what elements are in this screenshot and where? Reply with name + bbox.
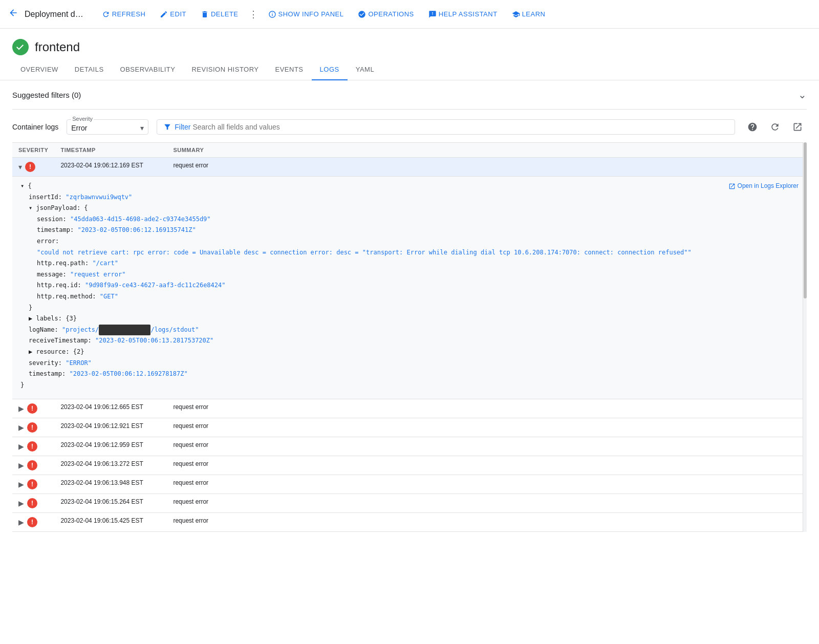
severity-cell: ▶ ! bbox=[12, 475, 54, 494]
message-key: message: bbox=[37, 271, 67, 278]
table-row[interactable]: ▶ ! 2023-02-04 19:06:12.665 EST request … bbox=[12, 399, 807, 418]
help-icon[interactable] bbox=[743, 118, 762, 136]
timestamp-field-value: "2023-02-05T00:06:12.169278187Z" bbox=[69, 370, 187, 377]
table-row[interactable]: ▶ ! 2023-02-04 19:06:13.948 EST request … bbox=[12, 475, 807, 494]
error-badge: ! bbox=[27, 517, 37, 527]
header-summary: SUMMARY bbox=[167, 143, 807, 158]
page-header: frontend bbox=[0, 29, 819, 59]
http-req-method-key: http.req.method: bbox=[37, 293, 96, 300]
timestamp-value: "2023-02-05T00:06:12.169135741Z" bbox=[77, 226, 196, 233]
receivetimestamp-key: receiveTimestamp: bbox=[29, 337, 92, 344]
http-req-id-value: "9d98f9a9-ce43-4627-aaf3-dc11c26e8424" bbox=[85, 282, 226, 289]
resource-key[interactable]: resource: {2} bbox=[36, 348, 84, 355]
open-logs-explorer-link[interactable]: Open in Logs Explorer bbox=[728, 181, 799, 192]
severity-select[interactable]: Severity Error ▾ bbox=[67, 119, 148, 135]
table-row[interactable]: ▶ ! 2023-02-04 19:06:13.272 EST request … bbox=[12, 456, 807, 475]
jsonpayload-key: jsonPayload: { bbox=[36, 204, 88, 211]
learn-button[interactable]: LEARN bbox=[506, 6, 552, 23]
expanded-content-cell: Open in Logs Explorer ▾ { insertId: "zqr… bbox=[12, 177, 807, 399]
labels-key[interactable]: labels: {3} bbox=[36, 315, 76, 322]
insertid-key: insertId: bbox=[29, 194, 62, 201]
filter-button[interactable]: Filter bbox=[163, 123, 190, 131]
severity-label: Severity bbox=[71, 116, 94, 122]
table-row[interactable]: ▶ ! 2023-02-04 19:06:12.921 EST request … bbox=[12, 418, 807, 437]
operations-button[interactable]: OPERATIONS bbox=[352, 6, 420, 23]
session-key: session: bbox=[37, 216, 67, 223]
severity-value: Error bbox=[71, 124, 87, 132]
expand-icon: ▶ bbox=[18, 423, 24, 432]
logs-toolbar-right bbox=[743, 118, 807, 136]
row-expand[interactable]: ▾ ! bbox=[18, 162, 48, 172]
summary-cell: request error bbox=[167, 399, 807, 418]
http-req-path-value: "/cart" bbox=[92, 260, 118, 267]
session-value: "45dda063-4d15-4698-ade2-c9374e3455d9" bbox=[70, 216, 211, 223]
timestamp-cell: 2023-02-04 19:06:12.921 EST bbox=[54, 418, 167, 437]
delete-button[interactable]: DELETE bbox=[195, 6, 245, 23]
summary-cell: request error bbox=[167, 513, 807, 532]
timestamp-cell: 2023-02-04 19:06:13.272 EST bbox=[54, 456, 167, 475]
severity-cell: ▶ ! bbox=[12, 437, 54, 456]
error-badge: ! bbox=[27, 460, 37, 470]
suggested-filters[interactable]: Suggested filters (0) ⌄ bbox=[12, 80, 807, 110]
external-link-icon[interactable] bbox=[788, 118, 807, 136]
redacted-project bbox=[99, 325, 150, 336]
filter-input[interactable] bbox=[192, 123, 728, 131]
timestamp-cell: 2023-02-04 19:06:15.264 EST bbox=[54, 494, 167, 513]
timestamp-cell: 2023-02-04 19:06:15.425 EST bbox=[54, 513, 167, 532]
scrollbar-thumb[interactable] bbox=[804, 142, 807, 298]
chevron-down-icon: ⌄ bbox=[798, 89, 807, 101]
error-key: error: bbox=[37, 238, 59, 245]
tab-details[interactable]: DETAILS bbox=[67, 59, 112, 80]
severity-cell: ▶ ! bbox=[12, 418, 54, 437]
table-row[interactable]: ▶ ! 2023-02-04 19:06:15.264 EST request … bbox=[12, 494, 807, 513]
refresh-button[interactable]: REFRESH bbox=[96, 6, 152, 23]
summary-cell: request error bbox=[167, 158, 807, 177]
http-req-id-key: http.req.id: bbox=[37, 282, 81, 289]
severity-dropdown[interactable]: Error ▾ bbox=[71, 122, 144, 132]
show-info-panel-button[interactable]: SHOW INFO PANEL bbox=[262, 6, 350, 23]
expand-icon: ▶ bbox=[18, 518, 24, 526]
tab-revision-history[interactable]: REVISION HISTORY bbox=[183, 59, 267, 80]
expand-icon: ▶ bbox=[18, 499, 24, 507]
table-row[interactable]: ▶ ! 2023-02-04 19:06:15.425 EST request … bbox=[12, 513, 807, 532]
expand-icon: ▶ bbox=[18, 480, 24, 488]
expanded-log-row: Open in Logs Explorer ▾ { insertId: "zqr… bbox=[12, 177, 807, 399]
help-assistant-button[interactable]: HELP ASSISTANT bbox=[422, 6, 504, 23]
filter-toolbar: Filter bbox=[157, 119, 735, 135]
suggested-filters-label: Suggested filters (0) bbox=[12, 91, 81, 99]
error-value: "could not retrieve cart: rpc error: cod… bbox=[20, 247, 799, 259]
timestamp-field-key: timestamp: bbox=[29, 370, 66, 377]
page-title: Deployment d… bbox=[25, 10, 83, 19]
tab-observability[interactable]: OBSERVABILITY bbox=[112, 59, 184, 80]
table-row[interactable]: ▾ ! 2023-02-04 19:06:12.169 EST request … bbox=[12, 158, 807, 177]
expand-icon: ▶ bbox=[18, 461, 24, 469]
receivetimestamp-value: "2023-02-05T00:06:13.281753720Z" bbox=[95, 337, 213, 344]
message-value: "request error" bbox=[70, 271, 125, 278]
error-badge: ! bbox=[27, 422, 37, 433]
topbar-actions: REFRESH EDIT DELETE ⋮ SHOW INFO PANEL OP… bbox=[96, 6, 811, 23]
http-req-method-value: "GET" bbox=[100, 293, 118, 300]
timestamp-cell: 2023-02-04 19:06:12.665 EST bbox=[54, 399, 167, 418]
topbar: Deployment d… REFRESH EDIT DELETE ⋮ SHOW… bbox=[0, 0, 819, 29]
tab-events[interactable]: EVENTS bbox=[267, 59, 312, 80]
scrollbar[interactable] bbox=[803, 142, 807, 532]
logs-toolbar: Container logs Severity Error ▾ Filter bbox=[12, 110, 807, 142]
table-row[interactable]: ▶ ! 2023-02-04 19:06:12.959 EST request … bbox=[12, 437, 807, 456]
logs-table-container: SEVERITY TIMESTAMP SUMMARY ▾ ! 2023-02-0… bbox=[12, 142, 807, 532]
summary-cell: request error bbox=[167, 475, 807, 494]
timestamp-key: timestamp: bbox=[37, 226, 74, 233]
logs-table: SEVERITY TIMESTAMP SUMMARY ▾ ! 2023-02-0… bbox=[12, 142, 807, 532]
summary-cell: request error bbox=[167, 494, 807, 513]
tab-overview[interactable]: OVERVIEW bbox=[12, 59, 67, 80]
severity-field-key: severity: bbox=[29, 359, 62, 367]
error-badge: ! bbox=[27, 441, 37, 452]
more-options-icon[interactable]: ⋮ bbox=[247, 9, 260, 20]
back-button[interactable] bbox=[8, 8, 18, 20]
refresh-logs-icon[interactable] bbox=[766, 118, 784, 136]
expand-icon: ▶ bbox=[18, 442, 24, 450]
http-req-path-key: http.req.path: bbox=[37, 260, 89, 267]
logname-value: "projects/ /logs/stdout" bbox=[62, 326, 199, 333]
tab-yaml[interactable]: YAML bbox=[348, 59, 382, 80]
edit-button[interactable]: EDIT bbox=[154, 6, 192, 23]
tab-logs[interactable]: LOGS bbox=[312, 59, 348, 80]
